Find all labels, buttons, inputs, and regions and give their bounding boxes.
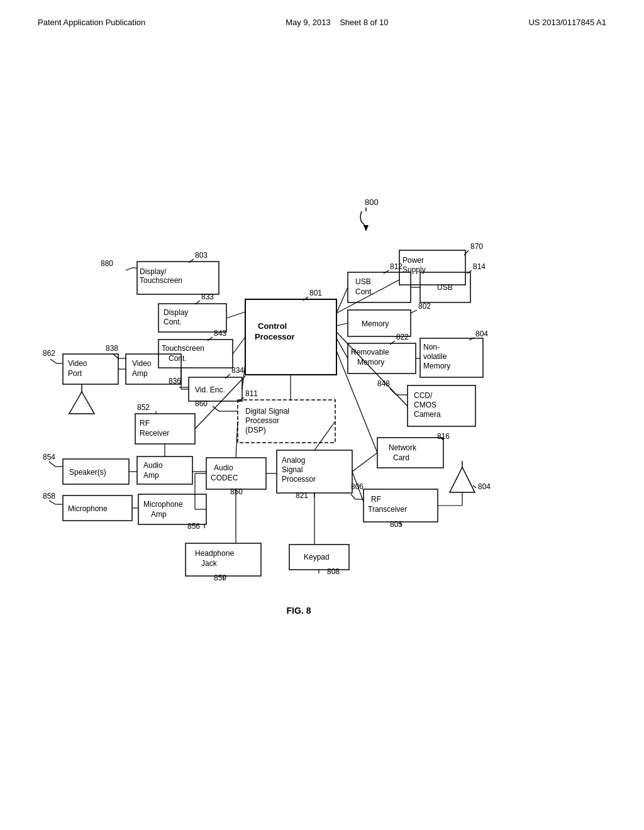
ref-812: 812: [390, 262, 402, 271]
svg-text:Touchscreen: Touchscreen: [162, 344, 204, 353]
svg-line-84: [473, 485, 476, 488]
svg-line-110: [233, 337, 245, 354]
ref-803: 803: [195, 251, 208, 260]
svg-line-95: [351, 494, 355, 499]
ref-860: 860: [195, 399, 208, 408]
svg-line-121: [352, 453, 377, 472]
svg-text:Processor: Processor: [245, 416, 279, 425]
svg-line-30: [390, 341, 395, 345]
svg-text:Non-: Non-: [423, 343, 440, 351]
svg-text:CCD/: CCD/: [414, 391, 433, 400]
svg-text:Amp: Amp: [132, 369, 148, 378]
ref-822: 822: [396, 333, 409, 341]
ref-811: 811: [245, 389, 258, 398]
svg-line-90: [49, 501, 55, 504]
svg-text:Memory: Memory: [362, 319, 389, 328]
svg-text:Port: Port: [68, 369, 82, 378]
ref-814: 814: [473, 262, 486, 271]
ref-806: 806: [351, 482, 364, 491]
header-left: Patent Application Publication: [38, 18, 145, 27]
svg-text:Headphone: Headphone: [195, 549, 234, 558]
svg-text:Jack: Jack: [201, 559, 218, 568]
svg-line-5: [464, 250, 469, 255]
svg-text:Keypad: Keypad: [304, 553, 330, 562]
svg-text:Touchscreen: Touchscreen: [140, 276, 182, 285]
svg-text:CODEC: CODEC: [211, 473, 238, 482]
svg-text:Memory: Memory: [423, 362, 450, 370]
svg-text:RF: RF: [371, 495, 381, 504]
svg-line-107: [336, 323, 348, 326]
svg-text:Power: Power: [402, 256, 424, 265]
svg-text:Video: Video: [68, 359, 87, 368]
svg-text:Camera: Camera: [414, 410, 441, 419]
ref-816: 816: [437, 432, 450, 441]
headphone-jack-box: [186, 543, 261, 576]
ref-856: 856: [187, 522, 200, 531]
ref-804b: 804: [478, 482, 491, 491]
ref-854: 854: [43, 453, 55, 462]
page-header: Patent Application Publication May 9, 20…: [0, 0, 644, 27]
svg-text:Display/: Display/: [140, 267, 167, 276]
svg-text:Analog: Analog: [282, 456, 305, 465]
svg-text:CMOS: CMOS: [414, 401, 436, 409]
svg-text:Processor: Processor: [282, 475, 316, 484]
ref-850: 850: [230, 487, 243, 496]
svg-text:Network: Network: [389, 443, 417, 452]
svg-line-44: [113, 354, 118, 358]
svg-text:Audio: Audio: [214, 463, 233, 472]
ref-804: 804: [475, 329, 488, 338]
svg-text:USB: USB: [437, 283, 453, 292]
ref-800: 800: [365, 197, 379, 207]
svg-text:Digital Signal: Digital Signal: [245, 407, 289, 416]
svg-line-16: [208, 337, 213, 341]
ref-833: 833: [201, 292, 214, 301]
svg-text:Video: Video: [132, 359, 152, 368]
ref-808: 808: [327, 567, 340, 576]
ref-880: 880: [101, 259, 113, 268]
svg-line-39: [50, 359, 57, 363]
svg-text:Supply: Supply: [402, 265, 426, 274]
patent-diagram: 800 Power Supply 870 Display/ Touchscree…: [0, 33, 644, 756]
svg-line-114: [314, 421, 335, 450]
svg-line-109: [226, 312, 245, 318]
svg-line-27: [411, 310, 417, 313]
svg-text:Amp: Amp: [151, 510, 167, 519]
header-center-date: May 9, 2013 Sheet 8 of 10: [286, 18, 388, 27]
svg-text:Signal: Signal: [282, 465, 303, 474]
svg-line-54: [239, 397, 244, 401]
svg-text:Control: Control: [258, 321, 287, 331]
ref-859: 859: [214, 573, 226, 582]
svg-text:(DSP): (DSP): [245, 426, 266, 434]
ref-852: 852: [137, 403, 150, 412]
svg-line-67: [49, 462, 55, 467]
svg-text:Memory: Memory: [357, 358, 384, 367]
svg-marker-2: [364, 225, 369, 231]
ref-848: 848: [377, 379, 390, 388]
svg-text:Microphone: Microphone: [68, 504, 108, 513]
ref-802: 802: [418, 302, 431, 311]
svg-text:Card: Card: [393, 453, 409, 462]
svg-text:Receiver: Receiver: [140, 429, 169, 438]
svg-line-47: [225, 374, 230, 379]
ref-801: 801: [309, 289, 322, 297]
svg-line-9: [126, 268, 132, 270]
ref-862: 862: [43, 349, 55, 358]
header-right: US 2013/0117845 A1: [528, 18, 606, 27]
svg-text:Microphone: Microphone: [143, 500, 183, 509]
diagram-container: 800 Power Supply 870 Display/ Touchscree…: [0, 33, 644, 756]
svg-text:RF: RF: [140, 419, 150, 428]
ref-821: 821: [296, 491, 308, 500]
svg-text:Transceiver: Transceiver: [368, 505, 407, 514]
ref-843: 843: [214, 329, 226, 338]
svg-text:Amp: Amp: [143, 471, 159, 480]
svg-text:Cont.: Cont.: [164, 318, 182, 326]
fig-label: FIG. 8: [287, 606, 311, 616]
video-port-triangle: [69, 392, 94, 414]
svg-line-10: [189, 259, 194, 263]
rf-antenna-triangle: [450, 467, 475, 492]
ref-836: 836: [169, 377, 181, 385]
ref-834: 834: [231, 366, 244, 375]
network-card-box: [377, 438, 443, 468]
svg-text:Removable: Removable: [351, 348, 389, 357]
ref-838: 838: [106, 344, 118, 353]
